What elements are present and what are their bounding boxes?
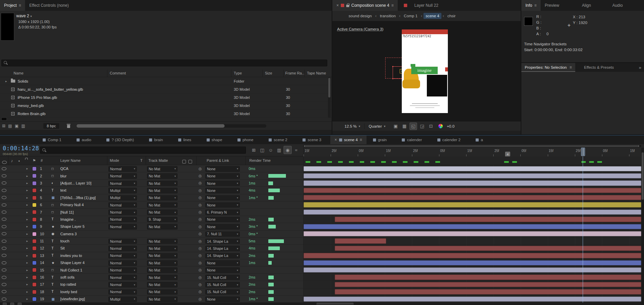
layer-track-matte-dropdown[interactable]: No Mat▾ — [147, 267, 178, 273]
layer-duration-bar[interactable] — [304, 188, 641, 193]
bit-depth-button[interactable]: 8 bpc — [43, 123, 59, 129]
layer-track-matte-dropdown[interactable]: No Mat▾ — [147, 166, 178, 172]
layer-visibility-eye-icon[interactable] — [2, 298, 6, 301]
layer-name[interactable]: QCA — [60, 165, 106, 172]
column-parent-link[interactable]: Parent & Link — [207, 158, 229, 162]
layer-label-color[interactable] — [33, 246, 36, 250]
parent-pickwhip-icon[interactable]: ◎ — [199, 245, 202, 252]
column-mode[interactable]: Mode — [110, 158, 119, 162]
layer-visibility-eye-icon[interactable] — [2, 276, 6, 279]
timeline-tab-lines[interactable]: lines ≡ — [172, 135, 200, 144]
exposure-value[interactable]: +0.0 — [447, 124, 455, 128]
composition-canvas[interactable]: 7b5f5151210f7242 imagine — [402, 29, 448, 113]
parent-pickwhip-icon[interactable]: ◎ — [199, 296, 202, 302]
magnification-dropdown[interactable]: 12.5 % ▾ — [345, 124, 360, 128]
layer-duration-bar[interactable] — [304, 231, 641, 236]
layer-row[interactable]: ▸ 7 □ [Null 11] Normal▾ No Mat▾ ◎ 6. Pri… — [0, 209, 303, 216]
layer-parent-dropdown[interactable]: 14. Shape La▾ — [205, 253, 240, 259]
layer-row[interactable]: ▸ 3 ◐ [Adjust... Layer 10] Normal▾ No Ma… — [0, 180, 303, 187]
layer-name[interactable]: top ratted — [60, 281, 106, 288]
panel-menu-icon[interactable]: ≡ — [391, 3, 394, 8]
layer-track-matte-dropdown[interactable]: No Mat▾ — [147, 181, 178, 186]
layer-row[interactable]: ▸ 12 T Sit Normal▾ No Mat▾ ◎ 14. Shape L… — [0, 245, 303, 252]
layer-label-color[interactable] — [33, 225, 36, 228]
panel-tab[interactable]: Effect Controls (none) ≡ — [25, 0, 77, 11]
layer-mode-dropdown[interactable]: Normal▾ — [108, 282, 137, 287]
layer-mode-dropdown[interactable]: Normal▾ — [108, 246, 137, 251]
project-item-row[interactable]: Rotten Brain.glb 3D Model 30 — [0, 110, 332, 118]
column-render-time[interactable]: Render Time — [249, 158, 271, 162]
layer-name[interactable]: blur — [60, 172, 106, 179]
layer-name[interactable]: Sit — [60, 245, 106, 252]
layer-expand-chevron-icon[interactable]: ▸ — [26, 216, 28, 223]
layer-mode-dropdown[interactable]: Normal▾ — [108, 217, 137, 222]
layer-track-matte-dropdown[interactable]: 9. Shap▾ — [147, 217, 178, 222]
layer-row[interactable]: ▸ 17 T top ratted Normal▾ No Mat▾ ◎ 15. … — [0, 281, 303, 288]
panel-tab[interactable]: Align ≡ — [578, 0, 600, 11]
layer-expand-chevron-icon[interactable]: ▸ — [26, 180, 28, 187]
project-horizontal-scrollbar[interactable] — [77, 124, 266, 128]
layer-duration-bar[interactable] — [335, 282, 641, 287]
timeline-tab-comp-1[interactable]: Comp 1 ≡ — [36, 135, 70, 144]
layer-duration-bar[interactable] — [335, 217, 641, 222]
layer-track-matte-dropdown[interactable]: No Mat▾ — [147, 297, 178, 302]
layer-label-color[interactable] — [33, 268, 36, 272]
layer-visibility-eye-icon[interactable] — [2, 290, 6, 293]
layer-label-color[interactable] — [33, 196, 36, 200]
composition-viewer-tab[interactable]: Layer Null 22 ≡ — [398, 0, 447, 11]
layer-duration-bar[interactable] — [304, 224, 641, 229]
layer-visibility-eye-icon[interactable] — [2, 218, 6, 221]
parent-pickwhip-icon[interactable]: ◎ — [199, 238, 202, 244]
project-flowchart-icon[interactable]: ⊞ — [2, 124, 5, 128]
layer-expand-chevron-icon[interactable]: ▸ — [26, 274, 28, 281]
layer-label-color[interactable] — [33, 203, 36, 207]
layer-name[interactable]: touch — [60, 238, 106, 244]
layer-visibility-eye-icon[interactable] — [2, 167, 6, 170]
parent-pickwhip-icon[interactable]: ◎ — [199, 187, 202, 194]
timeline-search-input[interactable] — [48, 148, 244, 152]
layer-parent-dropdown[interactable]: None▾ — [205, 202, 240, 208]
layer-duration-bar[interactable] — [335, 275, 641, 280]
layer-visibility-eye-icon[interactable] — [2, 240, 6, 243]
parent-pickwhip-icon[interactable]: ◎ — [199, 209, 202, 215]
layer-expand-chevron-icon[interactable]: ▸ — [26, 201, 28, 208]
tab-effects-presets[interactable]: Effects & Presets — [584, 65, 614, 69]
column-name[interactable]: Name — [14, 71, 23, 75]
layer-label-color[interactable] — [33, 210, 36, 214]
parent-pickwhip-icon[interactable]: ◎ — [199, 231, 202, 237]
layer-label-color[interactable] — [33, 189, 36, 192]
motion-blur-icon[interactable]: ◉ — [284, 146, 291, 154]
graph-editor-icon[interactable]: ≈ — [292, 146, 300, 154]
selected-footage-title[interactable]: wave 2 ▾ — [16, 14, 32, 18]
layer-row[interactable]: ▸ 6 □ Primary Null 4 Normal▾ No Mat▾ ◎ N… — [0, 201, 303, 209]
breadcrumb-item[interactable]: chsir — [445, 13, 458, 19]
region-of-interest-icon[interactable]: ▣ — [392, 123, 399, 130]
layer-expand-chevron-icon[interactable]: ▸ — [26, 245, 28, 252]
layer-expand-chevron-icon[interactable]: ▸ — [26, 165, 28, 172]
parent-pickwhip-icon[interactable]: ◎ — [199, 180, 202, 187]
layer-expand-chevron-icon[interactable]: ▸ — [26, 288, 28, 295]
playhead-line[interactable] — [583, 156, 583, 303]
project-item-row[interactable]: messy_bed.glb 3D Model 30 — [0, 102, 332, 110]
layer-visibility-eye-icon[interactable] — [2, 261, 6, 264]
layer-mode-dropdown[interactable]: Normal▾ — [108, 267, 137, 273]
time-ruler[interactable]: 15f 25f 05f — [303, 147, 641, 156]
timeline-tab-scene-2[interactable]: scene 2 ≡ — [262, 135, 296, 144]
layer-duration-bar[interactable] — [304, 210, 641, 215]
breadcrumb-item[interactable]: scene 4 — [423, 13, 441, 19]
layer-mode-dropdown[interactable]: Normal▾ — [108, 253, 137, 259]
layer-visibility-eye-icon[interactable] — [2, 211, 6, 214]
layer-expand-chevron-icon[interactable]: ▸ — [26, 209, 28, 215]
layer-parent-dropdown[interactable]: 15. Null Coll▾ — [205, 275, 240, 280]
layer-visibility-eye-icon[interactable] — [2, 232, 6, 235]
frame-blending-icon[interactable]: ▥ — [275, 146, 283, 154]
layer-parent-dropdown[interactable]: 14. Shape La▾ — [205, 239, 240, 244]
layer-parent-dropdown[interactable]: 15. Null Coll▾ — [205, 282, 240, 287]
layer-duration-bar[interactable] — [304, 166, 641, 171]
layer-row[interactable]: ▸ 19 ▦ [viewfinder.jpg] Multipl▾ No Mat▾… — [0, 296, 303, 303]
layer-visibility-eye-icon[interactable] — [2, 203, 6, 206]
project-item-row[interactable]: iPhone 15 Pro Max.glb 3D Model 30 — [0, 93, 332, 102]
panel-tab[interactable]: Project ≡ — [0, 0, 25, 11]
transparency-grid-icon[interactable]: ▦ — [401, 123, 408, 130]
column-index[interactable]: # — [41, 158, 43, 162]
